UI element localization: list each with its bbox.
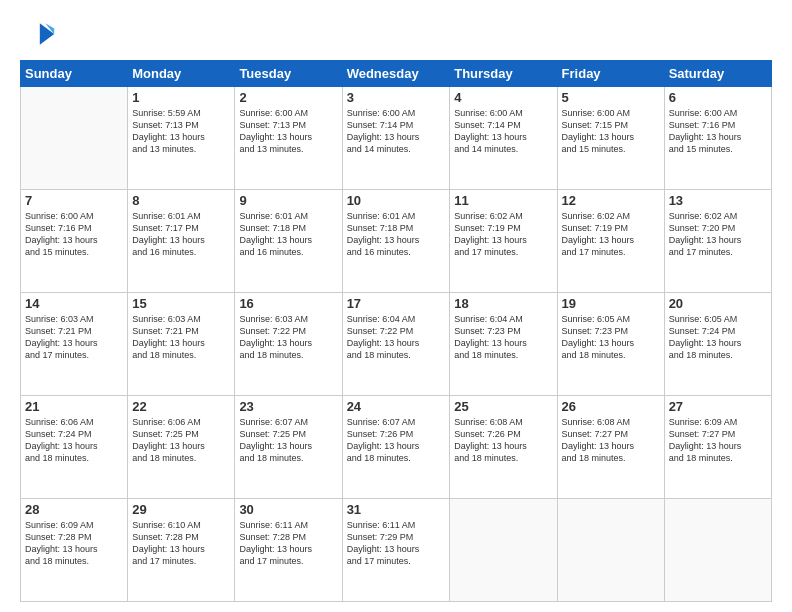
day-number: 12	[562, 193, 660, 208]
day-number: 28	[25, 502, 123, 517]
calendar-cell: 10Sunrise: 6:01 AM Sunset: 7:18 PM Dayli…	[342, 190, 450, 293]
header-day-friday: Friday	[557, 61, 664, 87]
day-info: Sunrise: 6:09 AM Sunset: 7:27 PM Dayligh…	[669, 416, 767, 465]
day-info: Sunrise: 6:07 AM Sunset: 7:25 PM Dayligh…	[239, 416, 337, 465]
calendar-cell: 29Sunrise: 6:10 AM Sunset: 7:28 PM Dayli…	[128, 499, 235, 602]
day-info: Sunrise: 6:07 AM Sunset: 7:26 PM Dayligh…	[347, 416, 446, 465]
day-info: Sunrise: 6:02 AM Sunset: 7:19 PM Dayligh…	[454, 210, 552, 259]
calendar-cell: 21Sunrise: 6:06 AM Sunset: 7:24 PM Dayli…	[21, 396, 128, 499]
calendar-cell: 11Sunrise: 6:02 AM Sunset: 7:19 PM Dayli…	[450, 190, 557, 293]
calendar-header: SundayMondayTuesdayWednesdayThursdayFrid…	[21, 61, 772, 87]
day-number: 15	[132, 296, 230, 311]
day-number: 4	[454, 90, 552, 105]
logo-icon	[20, 16, 56, 52]
day-info: Sunrise: 6:05 AM Sunset: 7:23 PM Dayligh…	[562, 313, 660, 362]
calendar-cell: 5Sunrise: 6:00 AM Sunset: 7:15 PM Daylig…	[557, 87, 664, 190]
day-number: 5	[562, 90, 660, 105]
day-info: Sunrise: 6:03 AM Sunset: 7:21 PM Dayligh…	[132, 313, 230, 362]
calendar-cell: 15Sunrise: 6:03 AM Sunset: 7:21 PM Dayli…	[128, 293, 235, 396]
day-number: 13	[669, 193, 767, 208]
day-number: 7	[25, 193, 123, 208]
calendar-cell: 28Sunrise: 6:09 AM Sunset: 7:28 PM Dayli…	[21, 499, 128, 602]
day-info: Sunrise: 6:04 AM Sunset: 7:22 PM Dayligh…	[347, 313, 446, 362]
day-info: Sunrise: 6:02 AM Sunset: 7:20 PM Dayligh…	[669, 210, 767, 259]
header	[20, 16, 772, 52]
calendar-week-3: 14Sunrise: 6:03 AM Sunset: 7:21 PM Dayli…	[21, 293, 772, 396]
calendar-cell: 2Sunrise: 6:00 AM Sunset: 7:13 PM Daylig…	[235, 87, 342, 190]
day-number: 14	[25, 296, 123, 311]
calendar-cell	[557, 499, 664, 602]
calendar-cell: 22Sunrise: 6:06 AM Sunset: 7:25 PM Dayli…	[128, 396, 235, 499]
day-number: 18	[454, 296, 552, 311]
calendar-cell: 9Sunrise: 6:01 AM Sunset: 7:18 PM Daylig…	[235, 190, 342, 293]
day-number: 17	[347, 296, 446, 311]
calendar-cell	[450, 499, 557, 602]
day-number: 8	[132, 193, 230, 208]
calendar-cell	[664, 499, 771, 602]
day-info: Sunrise: 6:01 AM Sunset: 7:18 PM Dayligh…	[347, 210, 446, 259]
calendar-week-5: 28Sunrise: 6:09 AM Sunset: 7:28 PM Dayli…	[21, 499, 772, 602]
calendar-cell: 20Sunrise: 6:05 AM Sunset: 7:24 PM Dayli…	[664, 293, 771, 396]
day-number: 29	[132, 502, 230, 517]
calendar-cell: 12Sunrise: 6:02 AM Sunset: 7:19 PM Dayli…	[557, 190, 664, 293]
day-info: Sunrise: 6:10 AM Sunset: 7:28 PM Dayligh…	[132, 519, 230, 568]
header-day-thursday: Thursday	[450, 61, 557, 87]
day-number: 6	[669, 90, 767, 105]
calendar-cell: 6Sunrise: 6:00 AM Sunset: 7:16 PM Daylig…	[664, 87, 771, 190]
day-number: 20	[669, 296, 767, 311]
day-info: Sunrise: 6:04 AM Sunset: 7:23 PM Dayligh…	[454, 313, 552, 362]
day-number: 24	[347, 399, 446, 414]
day-number: 22	[132, 399, 230, 414]
calendar-week-2: 7Sunrise: 6:00 AM Sunset: 7:16 PM Daylig…	[21, 190, 772, 293]
day-info: Sunrise: 6:03 AM Sunset: 7:21 PM Dayligh…	[25, 313, 123, 362]
day-info: Sunrise: 6:01 AM Sunset: 7:17 PM Dayligh…	[132, 210, 230, 259]
day-info: Sunrise: 6:00 AM Sunset: 7:16 PM Dayligh…	[25, 210, 123, 259]
calendar-cell: 30Sunrise: 6:11 AM Sunset: 7:28 PM Dayli…	[235, 499, 342, 602]
calendar-table: SundayMondayTuesdayWednesdayThursdayFrid…	[20, 60, 772, 602]
calendar-cell: 25Sunrise: 6:08 AM Sunset: 7:26 PM Dayli…	[450, 396, 557, 499]
page: SundayMondayTuesdayWednesdayThursdayFrid…	[0, 0, 792, 612]
day-number: 27	[669, 399, 767, 414]
calendar-cell: 1Sunrise: 5:59 AM Sunset: 7:13 PM Daylig…	[128, 87, 235, 190]
day-number: 25	[454, 399, 552, 414]
day-info: Sunrise: 6:01 AM Sunset: 7:18 PM Dayligh…	[239, 210, 337, 259]
logo	[20, 16, 60, 52]
day-info: Sunrise: 6:05 AM Sunset: 7:24 PM Dayligh…	[669, 313, 767, 362]
calendar-week-1: 1Sunrise: 5:59 AM Sunset: 7:13 PM Daylig…	[21, 87, 772, 190]
day-info: Sunrise: 6:08 AM Sunset: 7:26 PM Dayligh…	[454, 416, 552, 465]
day-info: Sunrise: 6:00 AM Sunset: 7:14 PM Dayligh…	[347, 107, 446, 156]
svg-marker-0	[40, 23, 54, 45]
calendar-cell: 3Sunrise: 6:00 AM Sunset: 7:14 PM Daylig…	[342, 87, 450, 190]
calendar-cell: 16Sunrise: 6:03 AM Sunset: 7:22 PM Dayli…	[235, 293, 342, 396]
day-number: 10	[347, 193, 446, 208]
day-info: Sunrise: 6:00 AM Sunset: 7:15 PM Dayligh…	[562, 107, 660, 156]
header-day-sunday: Sunday	[21, 61, 128, 87]
day-info: Sunrise: 6:11 AM Sunset: 7:29 PM Dayligh…	[347, 519, 446, 568]
calendar-cell: 19Sunrise: 6:05 AM Sunset: 7:23 PM Dayli…	[557, 293, 664, 396]
calendar-cell: 26Sunrise: 6:08 AM Sunset: 7:27 PM Dayli…	[557, 396, 664, 499]
day-number: 11	[454, 193, 552, 208]
calendar-cell: 23Sunrise: 6:07 AM Sunset: 7:25 PM Dayli…	[235, 396, 342, 499]
header-day-tuesday: Tuesday	[235, 61, 342, 87]
calendar-cell	[21, 87, 128, 190]
day-info: Sunrise: 6:00 AM Sunset: 7:16 PM Dayligh…	[669, 107, 767, 156]
day-info: Sunrise: 6:00 AM Sunset: 7:13 PM Dayligh…	[239, 107, 337, 156]
day-number: 19	[562, 296, 660, 311]
header-day-saturday: Saturday	[664, 61, 771, 87]
day-info: Sunrise: 6:06 AM Sunset: 7:24 PM Dayligh…	[25, 416, 123, 465]
day-number: 21	[25, 399, 123, 414]
day-number: 30	[239, 502, 337, 517]
day-number: 23	[239, 399, 337, 414]
day-info: Sunrise: 6:00 AM Sunset: 7:14 PM Dayligh…	[454, 107, 552, 156]
calendar-cell: 8Sunrise: 6:01 AM Sunset: 7:17 PM Daylig…	[128, 190, 235, 293]
day-info: Sunrise: 6:03 AM Sunset: 7:22 PM Dayligh…	[239, 313, 337, 362]
day-number: 9	[239, 193, 337, 208]
day-number: 3	[347, 90, 446, 105]
calendar-cell: 4Sunrise: 6:00 AM Sunset: 7:14 PM Daylig…	[450, 87, 557, 190]
calendar-cell: 13Sunrise: 6:02 AM Sunset: 7:20 PM Dayli…	[664, 190, 771, 293]
calendar-cell: 18Sunrise: 6:04 AM Sunset: 7:23 PM Dayli…	[450, 293, 557, 396]
calendar-cell: 7Sunrise: 6:00 AM Sunset: 7:16 PM Daylig…	[21, 190, 128, 293]
day-info: Sunrise: 6:08 AM Sunset: 7:27 PM Dayligh…	[562, 416, 660, 465]
calendar-cell: 14Sunrise: 6:03 AM Sunset: 7:21 PM Dayli…	[21, 293, 128, 396]
calendar-body: 1Sunrise: 5:59 AM Sunset: 7:13 PM Daylig…	[21, 87, 772, 602]
